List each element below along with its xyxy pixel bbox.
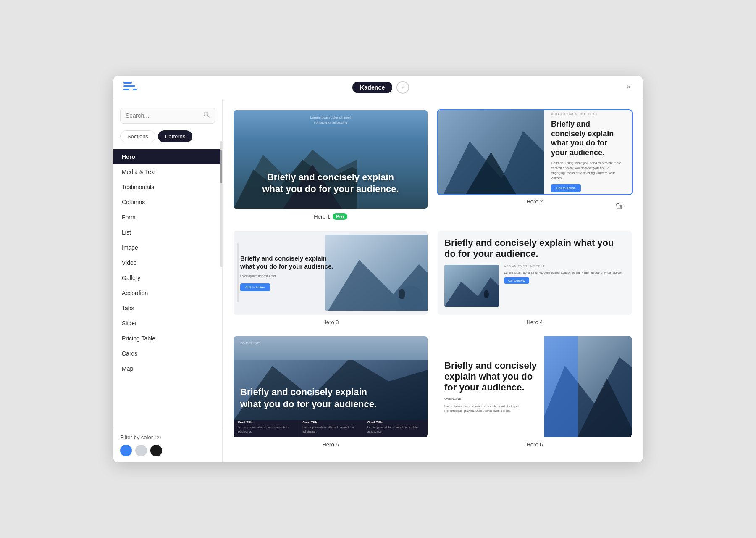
filter-label: Filter by color ? [120, 434, 215, 440]
card-hero6-inner: Briefly and concisely explain what you d… [437, 335, 633, 438]
hero6-title: Briefly and concisely explain what you d… [444, 360, 538, 393]
hero5-card1-title: Card Title [238, 420, 294, 424]
hero4-image [444, 265, 499, 307]
scroll-indicator [220, 141, 222, 267]
card-hero5-thumb: OVERLINE [234, 336, 428, 437]
card-hero4[interactable]: Briefly and concisely explain what you d… [437, 230, 633, 327]
nav-item-gallery[interactable]: Gallery [113, 270, 222, 285]
hero6-preview: Briefly and concisely explain what you d… [438, 336, 632, 437]
nav-item-hero[interactable]: Hero [113, 149, 222, 164]
hero6-content: Briefly and concisely explain what you d… [438, 336, 544, 437]
svg-rect-1 [123, 85, 135, 87]
search-box [120, 108, 215, 124]
sections-tab[interactable]: Sections [120, 130, 155, 142]
nav-item-media-text[interactable]: Media & Text [113, 164, 222, 179]
card-hero1[interactable]: Lorem ipsum dolor sit ametconsectetur ad… [233, 109, 428, 222]
nav-item-columns[interactable]: Columns [113, 195, 222, 210]
card-hero5[interactable]: OVERLINE [233, 335, 428, 449]
svg-rect-2 [123, 89, 129, 90]
card-hero3-label: Hero 3 [233, 316, 428, 327]
color-filter-gray[interactable] [135, 445, 147, 456]
nav-list: Hero Media & Text Testimonials Columns F… [113, 149, 222, 462]
hero5-card3-title: Card Title [368, 420, 423, 424]
search-wrap [113, 108, 222, 130]
nav-item-tabs[interactable]: Tabs [113, 301, 222, 316]
cursor-hand-icon: ☞ [615, 199, 626, 213]
card-hero6-label: Hero 6 [437, 438, 633, 449]
main-content: Sections Patterns Hero Media & Text Test… [113, 99, 643, 462]
hero4-desc: Lorem ipsum dolor sit amet, consectetur … [504, 270, 625, 275]
card-hero3[interactable]: Briefly and concisely explain what you d… [233, 230, 428, 327]
hero2-content: ADD AN OVERLINE TEXT Briefly and concise… [544, 110, 632, 194]
card-hero2-label: Hero 2 [437, 195, 633, 206]
card-hero6-thumb: Briefly and concisely explain what you d… [438, 336, 632, 437]
pro-badge: Pro [333, 213, 347, 220]
hero5-card2-title: Card Title [302, 420, 358, 424]
hero4-bottom: ADD AN OVERLINE TEXT Lorem ipsum dolor s… [444, 265, 625, 307]
card-hero5-inner: OVERLINE [233, 335, 428, 438]
card-hero3-inner: Briefly and concisely explain what you d… [233, 230, 428, 316]
card-hero4-label: Hero 4 [437, 316, 633, 327]
card-hero2-inner: ADD AN OVERLINE TEXT Briefly and concise… [437, 109, 633, 195]
nav-item-video[interactable]: Video [113, 255, 222, 270]
hero4-cta: Call to follow [504, 277, 529, 284]
color-filter-black[interactable] [150, 445, 162, 456]
nav-item-pricing-table[interactable]: Pricing Table [113, 331, 222, 346]
logo-icon [123, 80, 137, 95]
hero4-right: ADD AN OVERLINE TEXT Lorem ipsum dolor s… [504, 265, 625, 284]
app-name-badge: Kadence [352, 82, 392, 93]
search-icon [203, 111, 210, 120]
card-hero4-inner: Briefly and concisely explain what you d… [437, 230, 633, 316]
hero2-overline: ADD AN OVERLINE TEXT [551, 112, 625, 116]
card-hero6[interactable]: Briefly and concisely explain what you d… [437, 335, 633, 449]
hero2-cta: Call to Action [551, 184, 581, 192]
scroll-thumb [220, 150, 222, 183]
hero5-title: Briefly and concisely explainwhat you do… [234, 380, 428, 417]
filter-info-icon: ? [155, 435, 161, 440]
svg-point-15 [399, 289, 405, 299]
hero6-overline: OVERLINE [444, 397, 538, 401]
svg-point-18 [484, 290, 489, 298]
card-hero4-thumb: Briefly and concisely explain what you d… [438, 231, 632, 315]
card-hero2[interactable]: ADD AN OVERLINE TEXT Briefly and concise… [437, 109, 633, 222]
card-hero1-inner: Lorem ipsum dolor sit ametconsectetur ad… [233, 109, 428, 210]
card-hero1-label: Hero 1 Pro [233, 210, 428, 222]
svg-line-5 [208, 116, 210, 118]
nav-item-testimonials[interactable]: Testimonials [113, 179, 222, 195]
hero6-image [544, 336, 632, 437]
hero1-preview: Lorem ipsum dolor sit ametconsectetur ad… [234, 110, 428, 209]
nav-item-accordion[interactable]: Accordion [113, 285, 222, 301]
color-filter-blue[interactable] [120, 445, 132, 456]
card-hero3-thumb: Briefly and concisely explain what you d… [234, 231, 428, 315]
hero5-card2-text: Lorem ipsum dolor sit amet consectetur a… [302, 425, 358, 434]
card-hero5-label: Hero 5 [233, 438, 428, 449]
nav-item-form[interactable]: Form [113, 210, 222, 225]
close-button[interactable]: × [625, 81, 633, 93]
toggle-group: Sections Patterns [113, 130, 222, 149]
patterns-tab[interactable]: Patterns [158, 130, 192, 142]
nav-item-slider[interactable]: Slider [113, 316, 222, 331]
nav-item-cards[interactable]: Cards [113, 346, 222, 361]
svg-rect-3 [133, 89, 137, 90]
nav-item-list[interactable]: List [113, 225, 222, 240]
hero4-preview: Briefly and concisely explain what you d… [438, 231, 632, 315]
hero6-desc: Lorem ipsum dolor sit amet, consectetur … [444, 404, 538, 414]
hero3-title: Briefly and concisely explain what you d… [240, 254, 333, 271]
search-input[interactable] [126, 112, 200, 119]
hero4-title: Briefly and concisely explain what you d… [444, 237, 625, 260]
svg-rect-0 [123, 82, 132, 84]
hero2-title: Briefly and concisely explain what you d… [551, 119, 625, 157]
nav-item-map[interactable]: Map [113, 361, 222, 376]
hero1-text: Briefly and concisely explainwhat you do… [262, 171, 399, 202]
add-button[interactable]: + [396, 81, 409, 94]
hero5-card1-text: Lorem ipsum dolor sit amet consectetur a… [238, 425, 294, 434]
hero2-image [438, 110, 544, 194]
hero6-blue-accent [544, 336, 578, 437]
card-hero1-thumb: Lorem ipsum dolor sit ametconsectetur ad… [234, 110, 428, 209]
hero3-smalltext: Lorem ipsum dolor sit amet [240, 274, 333, 279]
nav-item-image[interactable]: Image [113, 240, 222, 255]
hero3-preview: Briefly and concisely explain what you d… [234, 231, 428, 315]
filter-section: Filter by color ? [113, 428, 222, 462]
hero1-overline: Lorem ipsum dolor sit ametconsectetur ad… [289, 115, 373, 125]
titlebar-center: Kadence + [352, 81, 409, 94]
